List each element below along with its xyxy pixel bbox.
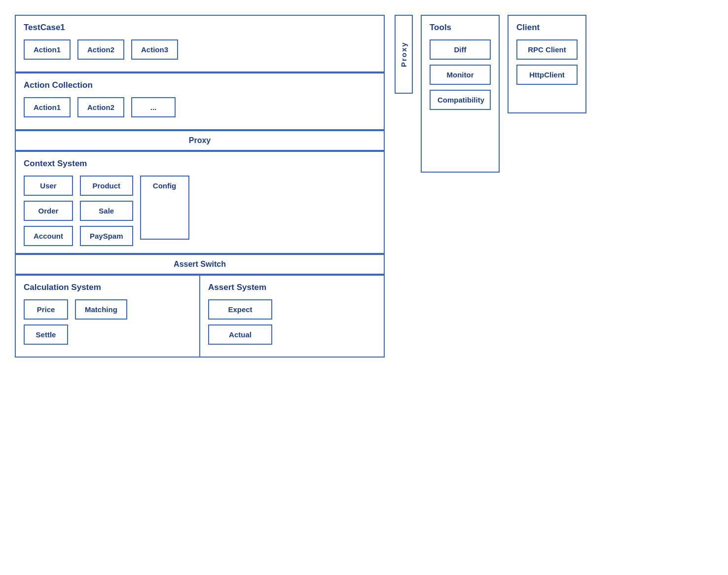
context-col1: User Order Account bbox=[24, 176, 73, 246]
ctx-payspam: PaySpam bbox=[80, 226, 133, 246]
ac-action3: ... bbox=[131, 97, 176, 117]
calc-row1: Price Matching bbox=[24, 299, 191, 320]
action-collection-box: Action Collection Action1 Action2 ... bbox=[15, 72, 385, 130]
ctx-user: User bbox=[24, 176, 73, 196]
testcase-action1: Action1 bbox=[24, 39, 71, 60]
action-collection-row: Action1 Action2 ... bbox=[24, 97, 376, 117]
ac-action2: Action2 bbox=[77, 97, 124, 117]
tools-title: Tools bbox=[430, 23, 491, 33]
proxy-bar: Proxy bbox=[15, 130, 385, 151]
client-http: HttpClient bbox=[516, 65, 578, 85]
calc-system-title: Calculation System bbox=[24, 283, 191, 292]
context-col2: Product Sale PaySpam bbox=[80, 176, 133, 246]
calc-settle: Settle bbox=[24, 324, 68, 345]
action-collection-title: Action Collection bbox=[24, 80, 376, 90]
testcase-action3: Action3 bbox=[131, 39, 178, 60]
assert-system-title: Assert System bbox=[208, 283, 376, 292]
client-box: Client RPC Client HttpClient bbox=[508, 15, 586, 113]
ctx-sale: Sale bbox=[80, 201, 133, 221]
testcase-box: TestCase1 Action1 Action2 Action3 bbox=[15, 15, 385, 72]
context-system-box: Context System User Order Account Produc… bbox=[15, 151, 385, 254]
client-title: Client bbox=[516, 23, 578, 33]
testcase-title: TestCase1 bbox=[24, 23, 376, 33]
testcase-actions-row: Action1 Action2 Action3 bbox=[24, 39, 376, 60]
context-col3: Config bbox=[140, 176, 189, 240]
client-rpc: RPC Client bbox=[516, 39, 578, 60]
testcase-action2: Action2 bbox=[77, 39, 124, 60]
tools-diff: Diff bbox=[430, 39, 491, 60]
proxy-vertical: Proxy bbox=[395, 15, 413, 94]
tools-box: Tools Diff Monitor Compatibility bbox=[421, 15, 500, 173]
calculation-system-box: Calculation System Price Matching Settle bbox=[15, 275, 200, 358]
calc-row2: Settle bbox=[24, 324, 191, 345]
ac-action1: Action1 bbox=[24, 97, 71, 117]
calc-price: Price bbox=[24, 299, 68, 320]
ctx-config: Config bbox=[140, 176, 189, 240]
assert-row1: Expect Actual bbox=[208, 299, 376, 345]
ctx-product: Product bbox=[80, 176, 133, 196]
context-system-title: Context System bbox=[24, 159, 376, 169]
proxy-vertical-label: Proxy bbox=[400, 41, 408, 67]
assert-actual: Actual bbox=[208, 324, 272, 345]
bottom-row: Calculation System Price Matching Settle… bbox=[15, 275, 385, 358]
calc-matching: Matching bbox=[75, 299, 127, 320]
assert-expect: Expect bbox=[208, 299, 272, 320]
diagram-container: TestCase1 Action1 Action2 Action3 Action… bbox=[15, 15, 713, 358]
tools-monitor: Monitor bbox=[430, 65, 491, 85]
tools-compatibility: Compatibility bbox=[430, 90, 491, 110]
assert-switch-bar: Assert Switch bbox=[15, 254, 385, 275]
right-column: Proxy Tools Diff Monitor Compatibility C… bbox=[395, 15, 586, 173]
assert-system-box: Assert System Expect Actual bbox=[200, 275, 385, 358]
ctx-account: Account bbox=[24, 226, 73, 246]
ctx-order: Order bbox=[24, 201, 73, 221]
left-column: TestCase1 Action1 Action2 Action3 Action… bbox=[15, 15, 385, 358]
context-grid: User Order Account Product Sale PaySpam … bbox=[24, 176, 376, 246]
